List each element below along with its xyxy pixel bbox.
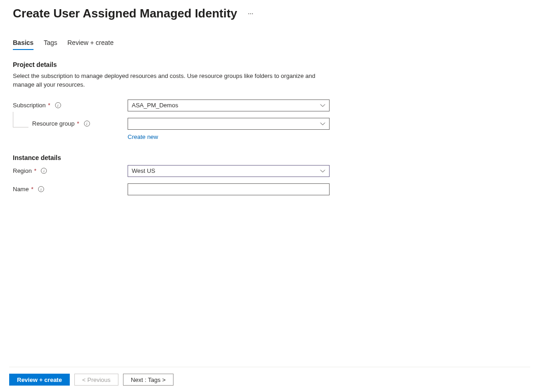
resource-group-row: Resource group * i (13, 118, 530, 130)
project-details-heading: Project details (13, 61, 530, 68)
region-row: Region * i West US (13, 165, 530, 177)
tab-tags[interactable]: Tags (44, 39, 57, 50)
info-icon[interactable]: i (38, 186, 44, 192)
instance-details-heading: Instance details (13, 154, 530, 161)
tab-review-create[interactable]: Review + create (67, 39, 114, 50)
region-label: Region (13, 167, 32, 174)
subscription-label: Subscription (13, 102, 46, 109)
required-asterisk: * (31, 186, 34, 193)
footer-bar: Review + create < Previous Next : Tags > (9, 367, 530, 392)
resource-group-label: Resource group (32, 120, 75, 127)
previous-button: < Previous (74, 374, 118, 386)
required-asterisk: * (48, 102, 50, 109)
name-row: Name * i (13, 183, 530, 195)
subscription-row: Subscription * i ASA_PM_Demos (13, 99, 530, 111)
chevron-down-icon (320, 168, 325, 174)
name-input[interactable] (128, 183, 330, 195)
required-asterisk: * (77, 120, 79, 127)
subscription-select[interactable]: ASA_PM_Demos (128, 99, 330, 111)
subscription-label-cell: Subscription * i (13, 102, 128, 109)
more-actions-icon[interactable] (246, 11, 255, 16)
tree-connector (13, 112, 28, 127)
resource-group-select[interactable] (128, 118, 330, 130)
tabs-row: Basics Tags Review + create (13, 39, 530, 50)
region-select[interactable]: West US (128, 165, 330, 177)
info-icon[interactable]: i (84, 121, 90, 127)
subscription-value: ASA_PM_Demos (132, 102, 178, 109)
tab-basics[interactable]: Basics (13, 39, 34, 50)
chevron-down-icon (320, 103, 325, 108)
review-create-button[interactable]: Review + create (9, 374, 70, 386)
page-title: Create User Assigned Managed Identity (13, 6, 237, 21)
next-button[interactable]: Next : Tags > (123, 374, 174, 386)
info-icon[interactable]: i (55, 102, 61, 108)
resource-group-label-cell: Resource group * i (13, 120, 128, 127)
info-icon[interactable]: i (41, 168, 47, 174)
region-label-cell: Region * i (13, 167, 128, 174)
page-header: Create User Assigned Managed Identity (13, 6, 530, 21)
name-label-cell: Name * i (13, 186, 128, 193)
name-label: Name (13, 186, 29, 193)
required-asterisk: * (34, 167, 36, 174)
project-details-description: Select the subscription to manage deploy… (13, 72, 316, 89)
create-new-link[interactable]: Create new (128, 133, 158, 140)
chevron-down-icon (320, 121, 325, 127)
region-value: West US (132, 167, 155, 174)
